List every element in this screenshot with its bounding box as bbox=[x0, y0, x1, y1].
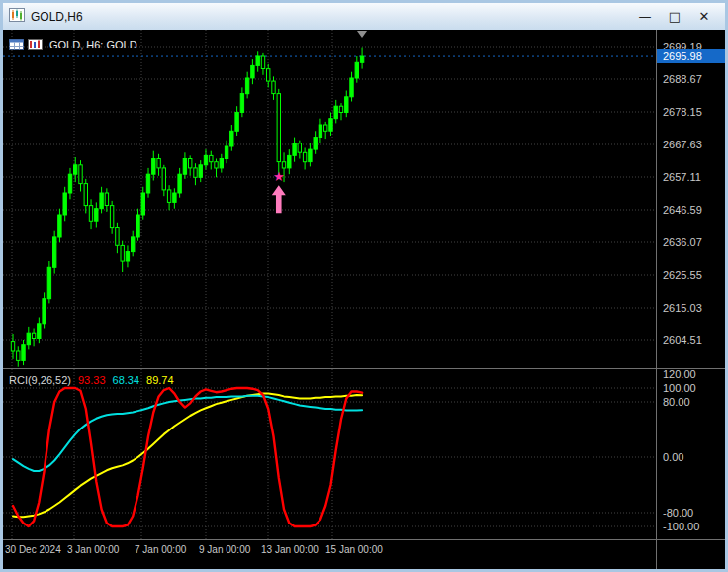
symbol-label: GOLD, H6: GOLD bbox=[49, 39, 137, 50]
indicator-label: RCI(9,26,52) 93.3368.3489.74 bbox=[9, 374, 174, 386]
indicator-axis-label: -80.00 bbox=[663, 507, 693, 520]
indicator-gridlines bbox=[3, 369, 656, 539]
chart-window-icon bbox=[9, 7, 25, 27]
indicator-name: RCI(9,26,52) bbox=[9, 374, 71, 386]
price-axis-label: 2678.15 bbox=[663, 106, 702, 119]
indicator-axis-label: -100.00 bbox=[663, 521, 699, 533]
minimize-button[interactable]: — bbox=[630, 6, 660, 28]
price-axis-label: 2636.07 bbox=[663, 237, 702, 249]
price-axis-label: 2657.11 bbox=[663, 171, 701, 184]
chart-client-area: ★ GOLD, H6: GOLD bbox=[3, 30, 725, 569]
minimize-icon: — bbox=[639, 9, 652, 24]
time-axis-label: 15 Jan 00:00 bbox=[325, 544, 383, 555]
time-axis-label: 3 Jan 00:00 bbox=[67, 544, 119, 555]
title-bar[interactable]: GOLD,H6 — □ ✕ bbox=[3, 3, 725, 30]
price-axis-label: 2646.59 bbox=[663, 204, 702, 217]
time-axis[interactable]: 30 Dec 20243 Jan 00:007 Jan 00:009 Jan 0… bbox=[3, 540, 725, 569]
price-chart[interactable]: ★ bbox=[3, 30, 656, 368]
time-axis-label: 30 Dec 2024 bbox=[5, 544, 61, 555]
trade-star-icon: ★ bbox=[273, 169, 285, 184]
price-axis-label: 2625.55 bbox=[663, 269, 702, 282]
price-axis-label: 2604.51 bbox=[663, 334, 702, 347]
price-axis-label: 2667.63 bbox=[663, 139, 702, 151]
table-icon[interactable] bbox=[9, 39, 24, 50]
price-axis-label: 2688.67 bbox=[663, 73, 702, 86]
indicator-value: 93.33 bbox=[78, 374, 106, 386]
candles-icon[interactable] bbox=[28, 39, 43, 50]
chart-shift-marker bbox=[357, 31, 367, 38]
time-axis-label: 13 Jan 00:00 bbox=[261, 544, 318, 555]
candles-layer bbox=[11, 48, 364, 367]
indicator-axis-label: 0.00 bbox=[663, 451, 683, 464]
time-axis-label: 9 Jan 00:00 bbox=[199, 544, 250, 555]
rci-indicator-panel[interactable] bbox=[3, 369, 656, 539]
price-axis[interactable]: 2699.192688.672678.152667.632657.112646.… bbox=[656, 30, 725, 569]
time-axis-label: 7 Jan 00:00 bbox=[135, 544, 186, 555]
time-axis-separator bbox=[3, 539, 725, 540]
chart-window: GOLD,H6 — □ ✕ ★ bbox=[0, 0, 728, 572]
chart-legend: GOLD, H6: GOLD bbox=[9, 39, 137, 50]
indicator-value: 68.34 bbox=[113, 374, 140, 386]
indicator-value: 89.74 bbox=[146, 374, 174, 386]
maximize-button[interactable]: □ bbox=[660, 6, 689, 28]
maximize-icon: □ bbox=[669, 9, 681, 24]
window-title: GOLD,H6 bbox=[31, 10, 83, 24]
rci-line-52 bbox=[13, 394, 362, 518]
indicator-axis-label: 100.00 bbox=[663, 382, 696, 395]
current-price-tag: 2695.98 bbox=[657, 49, 725, 63]
close-button[interactable]: ✕ bbox=[689, 6, 719, 28]
indicator-axis-label: 120.00 bbox=[663, 368, 696, 381]
close-icon: ✕ bbox=[699, 9, 710, 24]
buy-arrow-icon bbox=[272, 185, 286, 213]
rci-line-26 bbox=[13, 396, 362, 471]
panel-separator[interactable] bbox=[3, 368, 725, 369]
window-controls: — □ ✕ bbox=[630, 6, 719, 28]
price-axis-label: 2615.03 bbox=[663, 302, 702, 315]
indicator-values: 93.3368.3489.74 bbox=[78, 374, 174, 386]
indicator-axis-label: 80.00 bbox=[663, 396, 690, 409]
